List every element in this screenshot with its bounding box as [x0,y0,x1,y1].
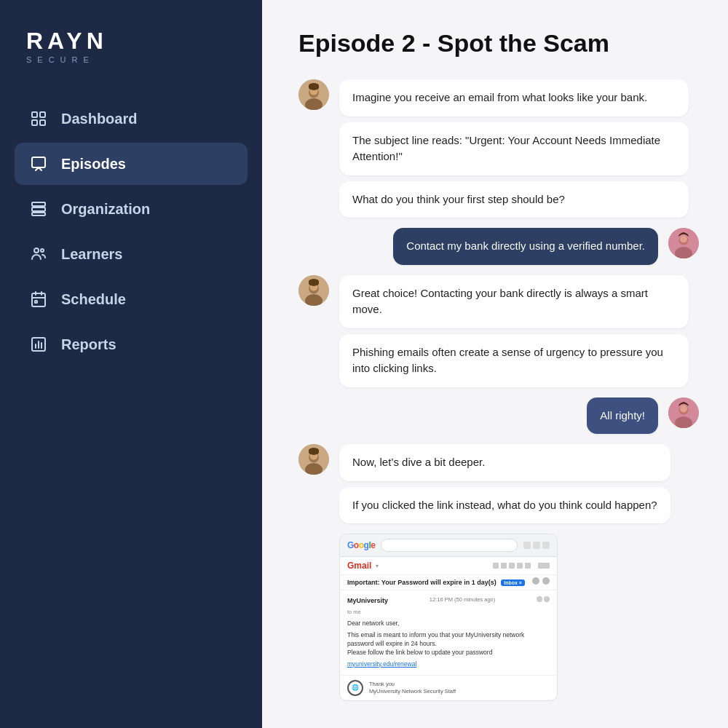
bubble-1c: What do you think your first step should… [339,181,689,218]
chat-area: Imagine you receive an email from what l… [298,79,699,701]
svg-rect-6 [32,207,45,211]
message-row-instructor-3: Now, let’s dive a bit deeper. If you cli… [298,444,699,701]
bubble-group-user-1: Contact my bank directly using a verifie… [393,228,658,265]
email-browser-bar: Google [340,534,557,557]
main-content: Episode 2 - Spot the Scam Imagine you re… [262,0,728,728]
svg-rect-4 [32,157,45,167]
svg-point-25 [314,84,319,90]
email-link: myuniversity.edu/renewal [347,660,550,669]
email-gmail-bar: Gmail ▾ [340,557,557,575]
sidebar: RAYN SECURE Dashboard Episodes Organizat… [0,0,262,728]
avatar-instructor-2 [298,275,329,306]
bubble-user-2a: All righty! [587,397,658,435]
svg-rect-0 [32,112,37,117]
email-footer-text: Thank you MyUniversity Network Security … [369,681,456,695]
logo: RAYN [26,29,236,52]
message-row-instructor-1: Imagine you receive an email from what l… [298,79,699,218]
organization-icon [29,199,48,218]
message-row-instructor-2: Great choice! Contacting your bank direc… [298,275,699,387]
bubble-3b: If you clicked the link instead, what do… [339,487,670,524]
logo-subtitle: SECURE [26,55,236,64]
learners-icon [29,245,48,264]
reports-icon [29,335,48,354]
svg-point-47 [314,448,319,454]
email-body: MyUniversity 12:16 PM (50 minutes ago) t… [340,590,557,675]
bubble-user-1a: Contact my bank directly using a verifie… [393,228,658,265]
email-screenshot: Google Gmail ▾ [339,534,558,701]
inbox-badge: Inbox × [501,579,525,586]
svg-rect-7 [32,213,45,215]
email-body-text: This email is meant to inform you that y… [347,631,550,657]
svg-point-24 [309,84,313,90]
email-subject: Important: Your Password will expire in … [347,579,496,586]
svg-rect-3 [40,120,45,125]
logo-area: RAYN SECURE [0,0,262,90]
bubble-group-instructor-3: Now, let’s dive a bit deeper. If you cli… [339,444,670,701]
sidebar-label-reports: Reports [61,336,116,353]
svg-point-9 [41,249,44,252]
sidebar-label-dashboard: Dashboard [61,111,137,127]
sidebar-item-organization[interactable]: Organization [15,188,248,230]
svg-point-36 [314,280,319,285]
avatar-instructor-3 [298,444,329,475]
bubble-2a: Great choice! Contacting your bank direc… [339,275,689,328]
svg-rect-14 [35,301,37,303]
email-sender: MyUniversity [347,596,388,606]
episodes-icon [29,154,48,173]
sidebar-item-reports[interactable]: Reports [15,323,248,365]
email-greeting: Dear network user, [347,620,550,628]
bubble-group-instructor-2: Great choice! Contacting your bank direc… [339,275,689,387]
bubble-group-instructor-1: Imagine you receive an email from what l… [339,79,689,218]
search-bar-mini [381,539,518,552]
svg-point-8 [34,248,39,253]
page-title: Episode 2 - Spot the Scam [298,29,699,58]
schedule-icon [29,290,48,309]
sidebar-item-schedule[interactable]: Schedule [15,278,248,320]
svg-point-35 [309,280,313,285]
avatar-user-1 [668,228,699,258]
sidebar-label-episodes: Episodes [61,156,126,173]
dashboard-icon [29,109,48,128]
sidebar-nav: Dashboard Episodes Organization Learners [0,90,262,373]
message-row-user-1: Contact my bank directly using a verifie… [298,228,699,265]
sidebar-label-organization: Organization [61,201,150,218]
avatar-instructor-1 [298,79,329,110]
svg-rect-2 [32,120,37,125]
sidebar-item-dashboard[interactable]: Dashboard [15,98,248,140]
svg-point-29 [680,236,687,243]
svg-point-40 [680,405,687,412]
sidebar-item-episodes[interactable]: Episodes [15,143,248,185]
sidebar-label-schedule: Schedule [61,291,126,308]
bubble-1b: The subject line reads: "Urgent: Your Ac… [339,122,689,175]
email-to: to me [347,609,550,617]
email-time: 12:16 PM (50 minutes ago) [430,596,495,606]
bubble-2b: Phishing emails often create a sense of … [339,334,689,387]
message-row-user-2: All righty! [298,397,699,435]
bubble-1a: Imagine you receive an email from what l… [339,79,689,116]
svg-rect-10 [32,293,45,306]
svg-point-46 [309,448,313,454]
globe-icon: 🌐 [347,680,363,696]
bubble-3a: Now, let’s dive a bit deeper. [339,444,670,481]
sidebar-label-learners: Learners [61,246,123,263]
svg-rect-1 [40,112,45,117]
sidebar-item-learners[interactable]: Learners [15,233,248,275]
bubble-group-user-2: All righty! [587,397,658,435]
email-subject-bar: Important: Your Password will expire in … [340,575,557,590]
email-footer: 🌐 Thank you MyUniversity Network Securit… [340,675,557,700]
avatar-user-2 [668,397,699,428]
gmail-label: Gmail [347,561,371,571]
svg-rect-5 [32,202,45,206]
google-logo: Google [347,540,375,550]
